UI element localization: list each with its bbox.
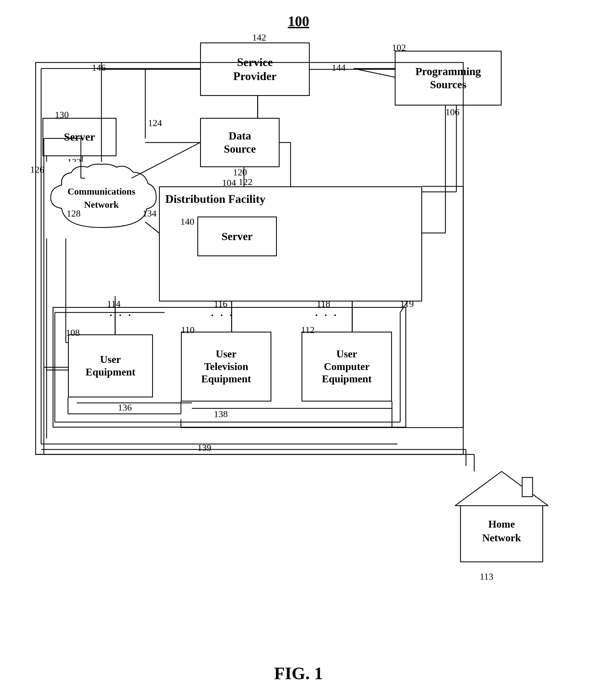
ref-142: 142 <box>252 32 266 43</box>
ref-116: 116 <box>214 299 227 309</box>
svg-text:Network: Network <box>84 200 119 210</box>
ref-139: 139 <box>197 443 212 453</box>
server-130-box: Server <box>43 118 117 156</box>
user-equipment-box: UserEquipment <box>68 334 153 397</box>
ref-104: 104 <box>222 178 236 188</box>
ref-124: 124 <box>148 118 162 128</box>
home-network-house: Home Network <box>455 466 548 571</box>
data-source-box: DataSource <box>200 118 280 167</box>
ref-102: 102 <box>392 43 406 53</box>
user-tv-box: UserTelevisionEquipment <box>181 332 271 402</box>
server-140-box: Server <box>197 217 277 256</box>
programming-sources-box: ProgrammingSources <box>395 51 502 105</box>
ref-106: 106 <box>445 107 459 117</box>
ref-118: 118 <box>317 299 330 309</box>
ref-110: 110 <box>181 325 195 335</box>
service-provider-box: ServiceProvider <box>200 43 310 96</box>
fig-label: FIG. 1 <box>274 663 323 683</box>
svg-text:Home: Home <box>488 518 515 530</box>
ref-113: 113 <box>480 572 493 582</box>
ref-108: 108 <box>66 327 80 338</box>
ref-122: 122 <box>239 177 252 187</box>
ref-128: 128 <box>67 208 81 219</box>
ref-119: 119 <box>400 299 414 309</box>
ref-136: 136 <box>118 402 132 413</box>
ref-146: 146 <box>92 62 106 73</box>
ref-138: 138 <box>214 409 228 419</box>
svg-text:Network: Network <box>482 532 521 544</box>
svg-text:Communications: Communications <box>68 186 135 197</box>
ref-112: 112 <box>301 325 315 335</box>
user-computer-box: UserComputerEquipment <box>301 332 392 402</box>
ref-120: 120 <box>233 167 247 178</box>
communications-network-cloud: Communications Network <box>43 162 160 239</box>
svg-marker-67 <box>455 471 548 506</box>
ref-126: 126 <box>30 165 44 175</box>
ref-140: 140 <box>180 217 194 227</box>
ref-130: 130 <box>55 110 69 120</box>
ref-114: 114 <box>107 299 121 309</box>
svg-rect-68 <box>522 477 532 497</box>
ref-134: 134 <box>143 208 156 219</box>
ref-144: 144 <box>332 62 346 73</box>
diagram-title: 100 <box>288 13 309 29</box>
